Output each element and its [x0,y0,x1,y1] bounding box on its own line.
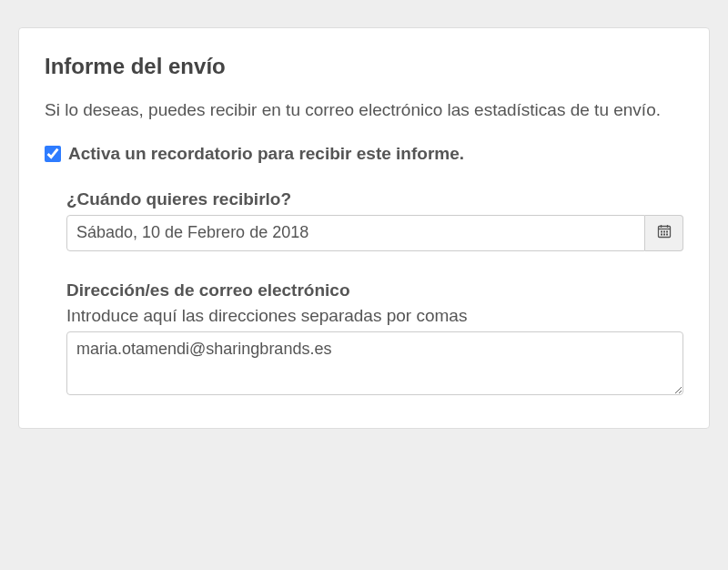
svg-rect-9 [666,234,668,236]
reminder-checkbox[interactable] [45,146,61,162]
email-field-help: Introduce aquí las direcciones separadas… [66,306,683,326]
svg-rect-8 [663,234,665,236]
svg-rect-6 [666,231,668,233]
calendar-button[interactable] [645,215,683,251]
panel-description: Si lo deseas, puedes recibir en tu corre… [45,97,683,124]
email-field-label: Dirección/es de correo electrónico [66,280,683,300]
date-field-label: ¿Cuándo quieres recibirlo? [66,189,683,209]
email-textarea[interactable] [66,331,683,395]
svg-rect-7 [661,234,662,236]
panel-title: Informe del envío [45,54,683,79]
svg-rect-4 [661,231,662,233]
reminder-checkbox-row: Activa un recordatorio para recibir este… [45,144,683,164]
report-panel: Informe del envío Si lo deseas, puedes r… [18,27,710,429]
date-input-group [66,215,683,251]
calendar-icon [657,224,672,241]
date-input[interactable] [66,215,645,251]
reminder-label[interactable]: Activa un recordatorio para recibir este… [68,144,464,164]
svg-rect-5 [663,231,665,233]
reminder-details: ¿Cuándo quieres recibirlo? [45,189,683,399]
